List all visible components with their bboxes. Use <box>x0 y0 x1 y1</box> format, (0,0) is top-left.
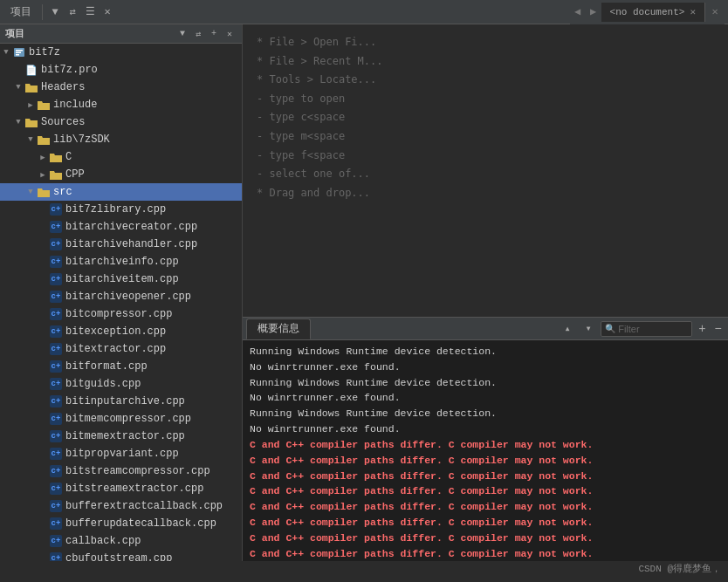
tree-item[interactable]: c+bitformat.cpp <box>0 358 242 375</box>
bottom-tab-overview[interactable]: 概要信息 <box>246 318 311 339</box>
log-line: C and C++ compiler paths differ. C compi… <box>250 546 721 561</box>
bottom-nav-down[interactable]: ▾ <box>580 320 597 338</box>
add-filter-btn[interactable]: + <box>696 322 708 336</box>
tree-item[interactable]: c+bitarchiveopener.cpp <box>0 288 242 305</box>
tree-item[interactable]: c+bitarchiveinfo.cpp <box>0 253 242 270</box>
tree-item-icon: c+ <box>49 307 63 321</box>
tree-item[interactable]: c+bitmemextractor.cpp <box>0 428 242 445</box>
tree-item-label: C <box>65 151 72 163</box>
editor-hint-line: * Tools > Locate... <box>257 71 714 90</box>
add-button[interactable]: ☰ <box>81 3 99 21</box>
tree-item-icon: c+ <box>49 255 63 269</box>
tree-item-icon <box>24 80 38 94</box>
tree-item[interactable]: c+bitextractor.cpp <box>0 340 242 358</box>
log-content: Running Windows Runtime device detection… <box>243 340 728 561</box>
tree-arrow: ▼ <box>0 48 12 57</box>
editor-hint-line: - select one of... <box>257 165 714 184</box>
tree-item[interactable]: c+bitarchivecreator.cpp <box>0 218 242 236</box>
tree-item[interactable]: c+bitarchivehandler.cpp <box>0 236 242 253</box>
log-line: C and C++ compiler paths differ. C compi… <box>250 437 721 453</box>
filter-wrap[interactable]: 🔍 <box>601 321 692 337</box>
log-line: C and C++ compiler paths differ. C compi… <box>250 499 721 515</box>
tree-item-icon: 📄 <box>24 63 38 77</box>
tree-item-label: bitextractor.cpp <box>65 343 166 355</box>
editor-hint-line: - type c<space <box>257 108 714 127</box>
log-line: C and C++ compiler paths differ. C compi… <box>250 515 721 531</box>
tree-item[interactable]: ▶CPP <box>0 166 242 183</box>
ph-close-btn[interactable]: ✕ <box>223 27 237 41</box>
tree-item-label: bitarchiveitem.cpp <box>65 273 179 285</box>
tree-item-label: bitinputarchive.cpp <box>65 395 185 407</box>
log-line: C and C++ compiler paths differ. C compi… <box>250 531 721 546</box>
tree-item-label: cbufoutstream.cpp <box>65 552 172 561</box>
filter-search-icon: 🔍 <box>605 324 615 334</box>
tree-arrow: ▶ <box>37 170 49 180</box>
tree-item[interactable]: c+bitpropvariant.cpp <box>0 445 242 462</box>
bottom-tab-label: 概要信息 <box>258 321 299 336</box>
tree-item-label: bitstreamextractor.cpp <box>65 483 203 495</box>
tree-item[interactable]: ▼src <box>0 183 242 201</box>
tree-item[interactable]: ▶include <box>0 96 242 113</box>
tree-item[interactable]: c+bitstreamextractor.cpp <box>0 480 242 497</box>
tree-item[interactable]: c+bitcompressor.cpp <box>0 305 242 323</box>
tree-item-icon <box>12 45 26 59</box>
tree-item-icon: c+ <box>49 394 63 408</box>
tree-item[interactable]: ▼Headers <box>0 79 242 96</box>
bottom-nav-up[interactable]: ▴ <box>559 320 576 338</box>
tree-item[interactable]: ▼Sources <box>0 113 242 131</box>
tree-item-icon <box>49 168 63 181</box>
log-line: Running Windows Runtime device detection… <box>250 344 721 359</box>
main-layout: 项目 ▼ ⇄ + ✕ ▼bit7z📄bit7z.pro▼Headers▶incl… <box>0 24 728 561</box>
tree-item[interactable]: c+bitarchiveitem.cpp <box>0 270 242 288</box>
ph-sync-btn[interactable]: ⇄ <box>191 27 205 41</box>
editor-hint-line: - type to open <box>257 90 714 109</box>
log-line: Running Windows Runtime device detection… <box>250 406 721 421</box>
link-button[interactable]: ⇄ <box>64 3 81 21</box>
tree-item[interactable]: c+bit7zlibrary.cpp <box>0 201 242 218</box>
ph-filter-btn[interactable]: ▼ <box>175 27 189 41</box>
editor-hint-line: * File > Open Fi... <box>257 33 714 52</box>
next-tab-arrow[interactable]: ▶ <box>586 3 601 22</box>
bottom-tab-bar: 概要信息 ▴ ▾ 🔍 + − <box>243 318 728 340</box>
tree-item-label: callback.cpp <box>65 535 141 547</box>
tree-item[interactable]: c+cbufoutstream.cpp <box>0 550 242 561</box>
close-tab-bar-button[interactable]: ✕ <box>705 3 725 22</box>
ph-add-btn[interactable]: + <box>207 27 221 41</box>
filter-button[interactable]: ▼ <box>46 3 64 21</box>
tree-item-label: bit7zlibrary.cpp <box>65 203 166 216</box>
tree-item-icon: c+ <box>49 534 63 548</box>
editor-hint-line: - type f<space <box>257 147 714 166</box>
log-line: No winrtrunner.exe found. <box>250 390 721 406</box>
tree-item-icon: c+ <box>49 202 63 216</box>
tree-item-label: src <box>53 186 72 198</box>
tree-item[interactable]: c+bitmemcompressor.cpp <box>0 410 242 428</box>
tree-item[interactable]: c+bitguids.cpp <box>0 375 242 393</box>
tree-item[interactable]: ▼bit7z <box>0 44 242 61</box>
tree-item-icon: c+ <box>49 359 63 373</box>
tree-arrow: ▶ <box>37 153 49 162</box>
separator <box>42 4 43 20</box>
tree-item-label: bitmemcompressor.cpp <box>65 413 191 425</box>
prev-tab-arrow[interactable]: ◀ <box>570 3 586 22</box>
tree-item-label: bitpropvariant.cpp <box>65 448 179 460</box>
tree-item[interactable]: c+bitstreamcompressor.cpp <box>0 462 242 480</box>
file-tree[interactable]: ▼bit7z📄bit7z.pro▼Headers▶include▼Sources… <box>0 44 242 561</box>
filter-input[interactable] <box>618 324 688 334</box>
tree-item[interactable]: ▼lib\7zSDK <box>0 131 242 148</box>
close-doc-tab[interactable]: ✕ <box>690 6 696 17</box>
tree-item[interactable]: c+callback.cpp <box>0 532 242 550</box>
tree-item[interactable]: c+bitinputarchive.cpp <box>0 393 242 410</box>
tree-item[interactable]: c+bitexception.cpp <box>0 323 242 340</box>
close-left-button[interactable]: ✕ <box>99 3 116 21</box>
tree-item[interactable]: c+bufferextractcallback.cpp <box>0 497 242 515</box>
log-line: C and C++ compiler paths differ. C compi… <box>250 469 721 484</box>
tree-item[interactable]: ▶C <box>0 148 242 166</box>
remove-filter-btn[interactable]: − <box>712 322 725 336</box>
tree-item[interactable]: c+bufferupdatecallback.cpp <box>0 515 242 532</box>
panel-header-actions: ▼ ⇄ + ✕ <box>175 27 237 41</box>
tree-item[interactable]: 📄bit7z.pro <box>0 61 242 79</box>
tree-arrow: ▼ <box>12 118 24 127</box>
editor-hint-line: - type m<space <box>257 127 714 147</box>
doc-tab[interactable]: <no document> ✕ <box>601 3 705 22</box>
tree-item-label: bitarchiveinfo.cpp <box>65 256 179 268</box>
